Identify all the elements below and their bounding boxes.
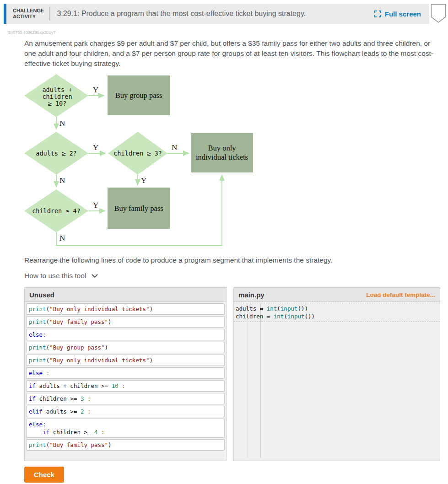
indent-guide-1 (248, 303, 248, 458)
fullscreen-icon (374, 11, 381, 17)
full-screen-button[interactable]: Full screen (374, 10, 429, 18)
label-no-d4: N (59, 234, 65, 242)
unused-items[interactable]: print("Buy only individual tickets")prin… (25, 302, 226, 461)
label-no-d3: N (172, 143, 177, 152)
load-default-template-link[interactable]: Load default template... (366, 291, 435, 298)
editor-code-lines: adults = int(input())children = int(inpu… (234, 304, 440, 321)
decision-total-line2: children (42, 93, 72, 100)
code-fragment[interactable]: print("Buy group pass") (26, 342, 225, 353)
how-to-use-label: How to use this tool (24, 272, 86, 280)
label-yes-d1: Y (93, 86, 98, 94)
kicker-line2: ACTIVITY (13, 14, 44, 20)
check-button[interactable]: Check (24, 467, 64, 483)
code-fragment[interactable]: print("Buy only individual tickets") (26, 355, 225, 366)
decision-total-line3: ≥ 10? (48, 100, 67, 107)
header-band: CHALLENGE ACTIVITY 3.29.1: Produce a pro… (6, 4, 429, 24)
completion-badge-area (431, 4, 448, 25)
editor-code-line: adults = int(input()) (236, 305, 440, 312)
code-fragment[interactable]: else : (26, 367, 225, 379)
label-yes-d3: Y (141, 176, 146, 185)
rearrange-instruction: Rearrange the following lines of code to… (24, 256, 427, 264)
unused-title: Unused (29, 291, 54, 299)
label-no-d2: N (59, 176, 65, 185)
completion-shield-icon (431, 4, 446, 24)
indent-guide-2 (260, 303, 261, 458)
code-fragment[interactable]: else: if children >= 4 : (26, 419, 225, 438)
code-fragment[interactable]: if adults + children >= 10 : (26, 380, 225, 392)
editor-panel: main.py Load default template... adults … (233, 287, 440, 461)
activity-meta-id: 540760.4096296.qx3zqy7 (8, 30, 56, 35)
code-fragment[interactable]: else: (26, 329, 225, 340)
chevron-down-icon (92, 274, 98, 278)
code-fragment[interactable]: elif adults >= 2 : (26, 406, 225, 417)
label-no-d1: N (59, 119, 65, 128)
action-family-label: Buy family pass (114, 204, 163, 213)
editor-code-line: children = int(input()) (236, 312, 440, 320)
code-fragment[interactable]: print("Buy only individual tickets") (26, 303, 225, 315)
how-to-use-toggle[interactable]: How to use this tool (24, 272, 98, 280)
fullscreen-label: Full screen (385, 10, 421, 18)
decision-total-line1: adults + (42, 86, 72, 93)
action-individual-line1: Buy only (208, 144, 237, 152)
drop-target-top[interactable] (234, 303, 440, 303)
code-fragment[interactable]: print("Buy family pass") (26, 439, 225, 451)
code-fragment[interactable]: if children >= 3 : (26, 393, 225, 404)
action-group-label: Buy group pass (115, 91, 162, 100)
challenge-activity-label: CHALLENGE ACTIVITY (6, 8, 49, 20)
parsons-workspace: Unused print("Buy only individual ticket… (24, 287, 440, 461)
activity-title: 3.29.1: Produce a program that the most … (50, 10, 374, 18)
activity-header: CHALLENGE ACTIVITY 3.29.1: Produce a pro… (4, 4, 429, 24)
code-fragment[interactable]: print("Buy family pass") (26, 316, 225, 328)
problem-description: An amusement park charges $9 per adult a… (24, 38, 438, 69)
editor-drop-area[interactable]: adults = int(input())children = int(inpu… (234, 302, 440, 461)
decision-children4-label: children ≥ 4? (32, 207, 81, 215)
decision-adults-label: adults ≥ 2? (36, 150, 76, 157)
kicker-line1: CHALLENGE (13, 8, 44, 14)
unused-panel-header: Unused (25, 288, 226, 302)
editor-panel-header: main.py Load default template... (234, 288, 440, 302)
action-individual-line2: individual tickets (196, 153, 248, 161)
flowchart-diagram: adults + children ≥ 10? adults ≥ 2? chil… (24, 73, 258, 253)
unused-panel: Unused print("Buy only individual ticket… (24, 287, 227, 461)
decision-children3-label: children ≥ 3? (113, 150, 162, 157)
label-yes-d2: Y (93, 143, 98, 152)
label-yes-d4: Y (93, 201, 98, 210)
drop-target-bottom[interactable] (234, 322, 440, 322)
editor-filename: main.py (238, 291, 264, 299)
